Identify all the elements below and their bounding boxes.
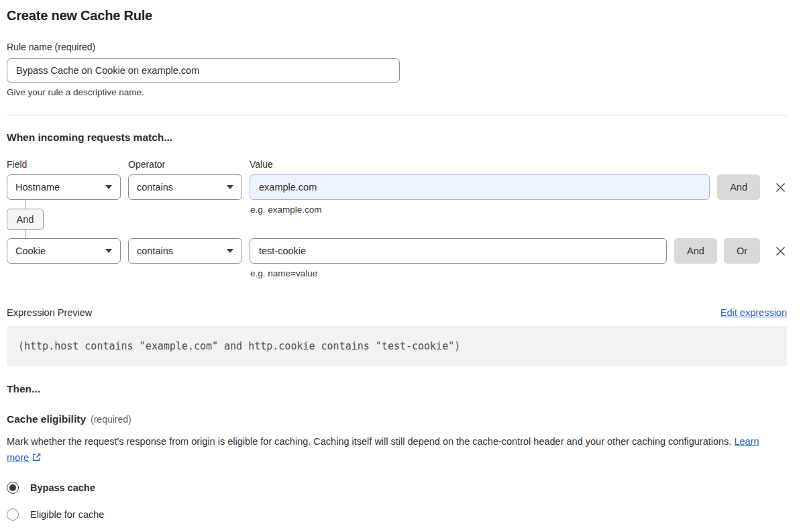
radio-label: Bypass cache xyxy=(30,482,95,493)
page-title: Create new Cache Rule xyxy=(7,8,787,23)
operator-select-value: contains xyxy=(137,246,173,256)
external-link-icon xyxy=(32,452,42,462)
field-select[interactable]: Hostname xyxy=(7,174,121,200)
connector-line xyxy=(25,230,25,238)
connector-and-pill[interactable]: And xyxy=(7,209,44,230)
value-hint: e.g. name=value xyxy=(7,268,787,278)
value-input[interactable] xyxy=(250,174,710,200)
operator-select-value: contains xyxy=(137,182,173,193)
cache-eligibility-description: Mark whether the request's response from… xyxy=(7,433,778,466)
connector-line xyxy=(25,200,25,209)
create-cache-rule-form: Create new Cache Rule Rule name (require… xyxy=(0,0,787,532)
chevron-down-icon xyxy=(105,249,112,253)
operator-select[interactable]: contains xyxy=(128,174,242,200)
condition-row: Cookie contains And Or xyxy=(7,238,787,264)
or-button[interactable]: Or xyxy=(724,238,760,264)
value-input[interactable] xyxy=(250,238,667,264)
operator-select[interactable]: contains xyxy=(128,238,242,264)
value-hint: e.g. example.com xyxy=(250,205,322,215)
required-note: (required) xyxy=(91,414,131,425)
description-text: Mark whether the request's response from… xyxy=(7,436,731,447)
expression-header: Expression Preview Edit expression xyxy=(7,307,787,318)
field-select-value: Cookie xyxy=(15,246,46,256)
field-select[interactable]: Cookie xyxy=(7,238,121,264)
radio-option-bypass-cache[interactable]: Bypass cache xyxy=(7,482,787,494)
chevron-down-icon xyxy=(227,249,233,253)
condition-column-labels: Field Operator Value xyxy=(7,159,787,170)
close-icon xyxy=(775,182,786,193)
remove-condition-button[interactable] xyxy=(773,244,787,258)
cache-eligibility-heading: Cache eligibility(required) xyxy=(7,413,787,425)
expression-preview-label: Expression Preview xyxy=(7,307,92,318)
radio-option-eligible-for-cache[interactable]: Eligible for cache xyxy=(7,509,787,521)
chevron-down-icon xyxy=(227,185,233,189)
chevron-down-icon xyxy=(105,185,112,189)
radio-label: Eligible for cache xyxy=(30,509,104,520)
section-divider xyxy=(7,115,787,115)
and-button[interactable]: And xyxy=(674,238,717,264)
condition-row: Hostname contains And xyxy=(7,174,787,200)
and-button[interactable]: And xyxy=(717,174,760,200)
remove-condition-button[interactable] xyxy=(773,180,787,194)
cache-eligibility-title: Cache eligibility xyxy=(7,413,86,425)
edit-expression-link[interactable]: Edit expression xyxy=(720,307,787,318)
radio-button-unselected[interactable] xyxy=(7,509,19,521)
close-icon xyxy=(775,246,786,257)
radio-button-selected[interactable] xyxy=(7,482,19,494)
field-select-value: Hostname xyxy=(15,182,60,193)
expression-code: (http.host contains "example.com" and ht… xyxy=(7,326,787,366)
match-heading: When incoming requests match... xyxy=(7,131,787,144)
rule-name-input[interactable] xyxy=(7,58,400,83)
then-heading: Then... xyxy=(7,383,787,395)
field-column-label: Field xyxy=(7,159,128,170)
operator-column-label: Operator xyxy=(128,159,250,170)
rule-name-help: Give your rule a descriptive name. xyxy=(7,87,787,97)
value-column-label: Value xyxy=(250,159,273,170)
connector-zone: And e.g. example.com xyxy=(7,200,787,238)
rule-name-label: Rule name (required) xyxy=(7,42,787,52)
